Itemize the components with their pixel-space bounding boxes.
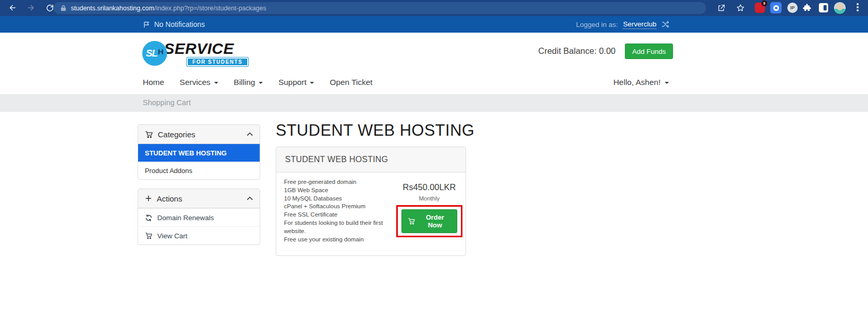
side-panel-glyph xyxy=(824,5,827,10)
bookmark-star-icon[interactable] xyxy=(735,3,745,13)
feature-line: 1GB Web Space xyxy=(284,186,396,195)
feature-line: 10 MySQL Databases xyxy=(284,195,396,203)
blue-extension-icon[interactable] xyxy=(770,2,782,13)
sidebar-item-label: STUDENT WEB HOSTING xyxy=(145,149,227,157)
profile-avatar[interactable] xyxy=(833,2,846,15)
logged-in-area: Logged in as: Serverclub xyxy=(576,16,670,33)
browser-menu-icon[interactable] xyxy=(854,3,862,11)
caret-down-icon xyxy=(310,82,314,84)
product-features: Free pre-generated domain 1GB Web Space … xyxy=(284,178,396,243)
feature-line: Free pre-generated domain xyxy=(284,178,396,186)
purchase-column: Rs450.00LKR Monthly Order Now xyxy=(396,182,462,243)
logo-mark-primary: SL xyxy=(146,48,157,59)
adblock-extension-icon[interactable]: 9 xyxy=(755,3,765,13)
address-bar[interactable]: students.srilankahosting.com/index.php?r… xyxy=(53,2,706,14)
caret-down-icon xyxy=(259,82,263,84)
url-path: /index.php?rp=/store/student-packages xyxy=(154,5,266,12)
sidebar-item-view-cart[interactable]: View Cart xyxy=(138,226,260,245)
share-icon[interactable] xyxy=(716,3,726,13)
ip-lookup-extension-icon[interactable]: IP xyxy=(787,3,798,13)
nav-item-open-ticket[interactable]: Open Ticket xyxy=(330,78,372,87)
logo-title: SERVICE xyxy=(164,40,234,58)
sidebar-item-label: Domain Renewals xyxy=(157,214,214,222)
page-title: STUDENT WEB HOSTING xyxy=(276,121,474,140)
chevron-up-icon xyxy=(247,132,253,136)
feature-line: Free SSL Certificate xyxy=(284,211,396,219)
categories-panel: Categories STUDENT WEB HOSTING Product A… xyxy=(138,124,260,180)
credit-balance: Credit Balance: 0.00 xyxy=(517,46,616,56)
nav-item-support[interactable]: Support xyxy=(278,78,314,87)
sidebar-item-label: View Cart xyxy=(157,232,187,240)
breadcrumb-current: Shopping Cart xyxy=(143,98,191,107)
nav-label: Support xyxy=(278,78,306,87)
cart-icon xyxy=(145,232,153,239)
categories-panel-header[interactable]: Categories xyxy=(138,125,260,144)
add-funds-button[interactable]: Add Funds xyxy=(625,44,673,59)
billing-cycle: Monthly xyxy=(419,195,440,202)
nav-label: Billing xyxy=(234,78,255,87)
product-card-header: STUDENT WEB HOSTING xyxy=(276,147,466,173)
back-icon[interactable] xyxy=(7,3,18,13)
caret-down-icon xyxy=(214,82,218,84)
actions-panel-header[interactable]: Actions xyxy=(138,189,260,208)
caret-down-icon xyxy=(665,82,669,84)
url-domain: students.srilankahosting.com xyxy=(71,5,154,12)
cart-icon xyxy=(408,218,415,225)
greeting-label: Hello, Ashen! xyxy=(613,78,661,87)
logo-mark-secondary: H xyxy=(158,47,163,56)
nav-item-billing[interactable]: Billing xyxy=(234,78,263,87)
categories-title: Categories xyxy=(158,130,196,139)
forward-icon[interactable] xyxy=(26,3,36,13)
actions-panel: Actions Domain Renewals View Cart xyxy=(138,189,260,245)
sidebar-item-student-web-hosting[interactable]: STUDENT WEB HOSTING xyxy=(138,144,260,162)
order-now-button[interactable]: Order Now xyxy=(401,209,457,233)
cart-icon xyxy=(145,131,153,138)
notifications-link[interactable]: No Notifications xyxy=(143,16,205,33)
product-price: Rs450.00LKR xyxy=(403,182,456,192)
site-logo[interactable]: SL H SERVICE FOR STUDENTS xyxy=(142,39,246,66)
ip-label: IP xyxy=(790,5,795,10)
product-card: STUDENT WEB HOSTING Free pre-generated d… xyxy=(276,147,466,256)
user-menu[interactable]: Hello, Ashen! xyxy=(613,78,669,87)
nav-label: Services xyxy=(179,78,210,87)
actions-title: Actions xyxy=(157,194,182,203)
sync-icon xyxy=(145,214,153,222)
logged-in-label: Logged in as: xyxy=(576,21,618,28)
switch-account-icon[interactable] xyxy=(662,21,670,28)
feature-line: Free use your existing domain xyxy=(284,236,396,244)
account-link[interactable]: Serverclub xyxy=(623,20,656,29)
logo-mark: SL H xyxy=(142,41,167,66)
nav-label: Open Ticket xyxy=(330,78,372,87)
lock-icon xyxy=(61,5,66,11)
chevron-up-icon xyxy=(247,196,253,200)
main-nav: Home Services Billing Support Open Ticke… xyxy=(143,78,372,87)
breadcrumb: Shopping Cart xyxy=(0,94,868,112)
account-topbar: No Notifications Logged in as: Serverclu… xyxy=(0,16,868,33)
ring-glyph xyxy=(773,5,779,11)
nav-item-services[interactable]: Services xyxy=(179,78,218,87)
flag-icon xyxy=(143,21,151,28)
logo-tagline: FOR STUDENTS xyxy=(187,58,248,66)
notifications-label: No Notifications xyxy=(154,20,205,28)
annotation-highlight-box: Order Now xyxy=(396,205,462,237)
feature-line: cPanel + Softaculous Premium xyxy=(284,203,396,211)
plus-icon xyxy=(145,195,152,202)
side-panel-icon[interactable] xyxy=(819,3,828,12)
extension-badge: 9 xyxy=(761,1,767,6)
nav-item-home[interactable]: Home xyxy=(143,78,164,87)
nav-label: Home xyxy=(143,78,164,87)
feature-line: For students looking to build their firs… xyxy=(284,219,396,236)
browser-chrome: students.srilankahosting.com/index.php?r… xyxy=(0,0,868,16)
order-now-label: Order Now xyxy=(419,213,451,229)
sidebar-item-label: Product Addons xyxy=(145,167,192,175)
extensions-puzzle-icon[interactable] xyxy=(802,3,812,13)
sidebar-item-domain-renewals[interactable]: Domain Renewals xyxy=(138,208,260,226)
sidebar-item-product-addons[interactable]: Product Addons xyxy=(138,162,260,179)
